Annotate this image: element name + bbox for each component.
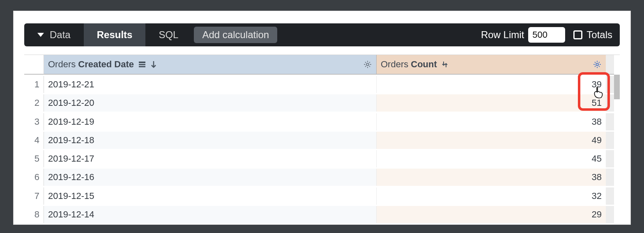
data-toolbar: Data Results SQL Add calculation Row Lim…: [24, 23, 620, 46]
row-limit-input[interactable]: [528, 27, 565, 43]
rownum: 5: [24, 150, 44, 167]
add-calculation-button[interactable]: Add calculation: [194, 27, 277, 43]
svg-rect-1: [139, 64, 145, 65]
header-count[interactable]: Orders Count: [377, 55, 606, 75]
tab-results-label: Results: [97, 29, 133, 41]
cell-date[interactable]: 2019-12-19: [44, 113, 377, 130]
cell-count[interactable]: 29: [377, 206, 606, 223]
cell-count[interactable]: 51: [377, 94, 606, 112]
rownum: 1: [24, 76, 44, 93]
cell-count[interactable]: 45: [377, 150, 606, 167]
rownum: 3: [24, 113, 44, 130]
header-created-date[interactable]: Orders Created Date: [44, 55, 377, 75]
tab-sql-label: SQL: [159, 29, 178, 41]
cell-date[interactable]: 2019-12-21: [44, 76, 377, 93]
cell-date[interactable]: 2019-12-17: [44, 150, 377, 167]
svg-point-5: [596, 63, 598, 66]
explore-panel: Data Results SQL Add calculation Row Lim…: [13, 11, 631, 225]
header-meas-name: Count: [411, 59, 437, 70]
tab-results[interactable]: Results: [84, 23, 146, 46]
scrollbar-track[interactable]: [606, 187, 614, 205]
gear-icon[interactable]: [593, 60, 602, 69]
scrollbar-thumb[interactable]: [614, 75, 620, 99]
scrollbar-track[interactable]: [606, 169, 614, 186]
pivot-icon[interactable]: [138, 61, 146, 68]
header-rownum: [24, 55, 44, 75]
header-dim-name: Created Date: [78, 59, 134, 70]
cell-date[interactable]: 2019-12-20: [44, 94, 377, 112]
scrollbar-track-header: [606, 55, 614, 75]
totals-label: Totals: [586, 29, 612, 41]
header-dim-prefix: Orders: [48, 59, 76, 70]
cell-date[interactable]: 2019-12-15: [44, 187, 377, 205]
svg-rect-2: [139, 66, 145, 67]
svg-rect-0: [139, 62, 145, 63]
tab-data[interactable]: Data: [24, 23, 84, 46]
header-meas-prefix: Orders: [381, 59, 408, 70]
rownum: 6: [24, 169, 44, 186]
rownum: 2: [24, 94, 44, 112]
totals-checkbox[interactable]: [573, 30, 582, 39]
cell-date[interactable]: 2019-12-14: [44, 206, 377, 223]
gear-icon[interactable]: [363, 60, 372, 69]
cell-count[interactable]: 49: [377, 132, 606, 149]
row-limit-label: Row Limit: [481, 29, 524, 41]
rownum: 4: [24, 132, 44, 149]
rownum: 8: [24, 206, 44, 223]
add-calculation-label: Add calculation: [202, 29, 269, 41]
scrollbar-track[interactable]: [606, 113, 614, 130]
tab-sql[interactable]: SQL: [145, 23, 191, 46]
scrollbar-track[interactable]: [606, 150, 614, 167]
tab-data-label: Data: [50, 29, 71, 41]
row-limit-group: Row Limit: [481, 27, 565, 43]
cell-date[interactable]: 2019-12-16: [44, 169, 377, 186]
cell-date[interactable]: 2019-12-18: [44, 132, 377, 149]
caret-down-icon: [37, 33, 44, 37]
cell-count[interactable]: 39: [377, 76, 606, 93]
svg-point-4: [366, 63, 369, 66]
scrollbar-track[interactable]: [606, 132, 614, 149]
cell-count[interactable]: 32: [377, 187, 606, 205]
scrollbar-track[interactable]: [606, 206, 614, 223]
drill-icon[interactable]: [441, 61, 448, 68]
scrollbar-track[interactable]: [606, 76, 614, 93]
totals-group[interactable]: Totals: [573, 29, 612, 41]
cell-count[interactable]: 38: [377, 169, 606, 186]
results-table: Orders Created Date Orders Count: [24, 55, 620, 224]
sort-desc-icon[interactable]: [150, 60, 157, 69]
cell-count[interactable]: 38: [377, 113, 606, 130]
rownum: 7: [24, 187, 44, 205]
scrollbar-track[interactable]: [606, 94, 614, 112]
